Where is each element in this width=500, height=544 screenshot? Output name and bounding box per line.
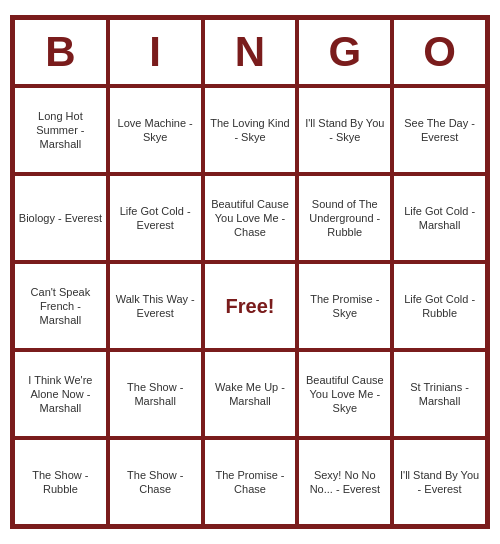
cell-19: St Trinians - Marshall (392, 350, 487, 438)
cell-4: See The Day - Everest (392, 86, 487, 174)
cell-22: The Promise - Chase (203, 438, 298, 526)
cell-24: I'll Stand By You - Everest (392, 438, 487, 526)
header-letter-g: G (297, 18, 392, 86)
bingo-header: BINGO (13, 18, 487, 86)
header-letter-o: O (392, 18, 487, 86)
cell-13: The Promise - Skye (297, 262, 392, 350)
cell-17: Wake Me Up - Marshall (203, 350, 298, 438)
cell-5: Biology - Everest (13, 174, 108, 262)
cell-9: Life Got Cold - Marshall (392, 174, 487, 262)
cell-23: Sexy! No No No... - Everest (297, 438, 392, 526)
cell-20: The Show - Rubble (13, 438, 108, 526)
header-letter-b: B (13, 18, 108, 86)
cell-7: Beautiful Cause You Love Me - Chase (203, 174, 298, 262)
header-letter-i: I (108, 18, 203, 86)
cell-21: The Show - Chase (108, 438, 203, 526)
cell-12: Free! (203, 262, 298, 350)
cell-15: I Think We're Alone Now - Marshall (13, 350, 108, 438)
header-letter-n: N (203, 18, 298, 86)
cell-11: Walk This Way - Everest (108, 262, 203, 350)
cell-16: The Show - Marshall (108, 350, 203, 438)
cell-3: I'll Stand By You - Skye (297, 86, 392, 174)
cell-6: Life Got Cold - Everest (108, 174, 203, 262)
cell-14: Life Got Cold - Rubble (392, 262, 487, 350)
cell-8: Sound of The Underground - Rubble (297, 174, 392, 262)
cell-18: Beautiful Cause You Love Me - Skye (297, 350, 392, 438)
bingo-card: BINGO Long Hot Summer - MarshallLove Mac… (10, 15, 490, 529)
cell-1: Love Machine - Skye (108, 86, 203, 174)
cell-2: The Loving Kind - Skye (203, 86, 298, 174)
bingo-grid: Long Hot Summer - MarshallLove Machine -… (13, 86, 487, 526)
cell-10: Can't Speak French - Marshall (13, 262, 108, 350)
cell-0: Long Hot Summer - Marshall (13, 86, 108, 174)
